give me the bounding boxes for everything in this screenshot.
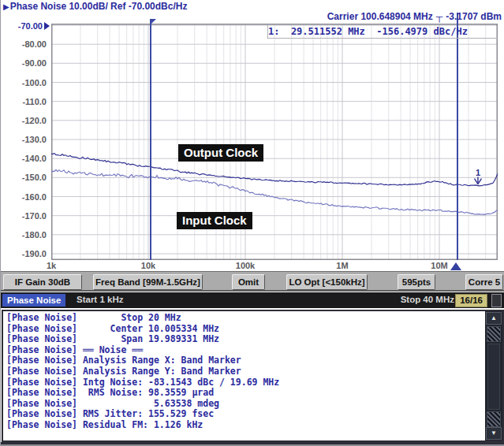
points-button[interactable]: 595pts xyxy=(398,274,435,290)
log-line: [Phase Noise] RMS Jitter: 155.529 fsec xyxy=(6,409,482,420)
measurement-statusbar: Phase Noise Start 1 kHz Stop 40 MHz 16/1… xyxy=(1,292,504,308)
x-tick-label: 1M xyxy=(336,261,348,270)
trace-title-text: Phase Noise 10.00dB/ Ref -70.00dBc/Hz xyxy=(10,1,188,12)
trace-marker-icon: ▶ xyxy=(3,2,9,11)
log-line: [Phase Noise] RMS Noise: 98.3559 µrad xyxy=(6,388,482,399)
carrier-readout: Carrier 100.648904 MHz┬-3.1707 dBm xyxy=(327,11,502,22)
y-tick-label: -120.0 xyxy=(1,116,47,125)
phase-noise-plot-section: ▶Phase Noise 10.00dB/ Ref -70.00dBc/Hz C… xyxy=(1,0,504,272)
stop-frequency-label: Stop 40 MHz xyxy=(401,295,454,304)
correlation-button[interactable]: Corre 5 xyxy=(465,274,503,290)
x-tick-label: 100k xyxy=(236,261,255,270)
phase-noise-graph[interactable]: 1 xyxy=(51,24,498,260)
scroll-down-button[interactable]: ▼ xyxy=(486,427,502,440)
carrier-marker-icon: ┬ xyxy=(436,11,443,22)
marker1-readout: 1: 29.511552 MHz -156.4979 dBc/Hz xyxy=(267,24,498,39)
carrier-power: -3.1707 dBm xyxy=(446,11,502,22)
log-line: [Phase Noise] Center 10.005334 MHz xyxy=(6,324,482,335)
result-log-panel: [Phase Noise] Stop 20 MHz[Phase Noise] C… xyxy=(2,310,504,442)
x-tick-label: 1k xyxy=(47,261,56,270)
log-line: [Phase Noise] Analysis Range X: Band Mar… xyxy=(6,355,482,366)
trace-title: ▶Phase Noise 10.00dB/ Ref -70.00dBc/Hz xyxy=(3,1,187,12)
omit-button[interactable]: Omit xyxy=(232,274,265,290)
carrier-frequency: Carrier 100.648904 MHz xyxy=(327,11,433,22)
log-line: [Phase Noise] 5.63538 mdeg xyxy=(6,399,482,410)
y-tick-label: -130.0 xyxy=(1,135,47,144)
softkey-toolbar: IF Gain 30dB Freq Band [99M-1.5GHz] Omit… xyxy=(1,271,504,292)
ref-level-arrow-icon xyxy=(44,22,50,30)
y-tick-label: -110.0 xyxy=(1,97,47,106)
log-line: [Phase Noise] Residual FM: 1.126 kHz xyxy=(6,420,482,431)
log-line: [Phase Noise] Analysis Range Y: Band Mar… xyxy=(6,366,482,377)
band-marker-stop-line[interactable] xyxy=(457,13,458,260)
phase-noise-analyzer-screen: ▶Phase Noise 10.00dB/ Ref -70.00dBc/Hz C… xyxy=(0,0,504,446)
mode-badge[interactable]: Phase Noise xyxy=(2,294,65,307)
scrollbar-track[interactable] xyxy=(487,344,500,410)
y-tick-label: -140.0 xyxy=(1,154,47,163)
y-tick-label: -160.0 xyxy=(1,192,47,202)
log-line: [Phase Noise] Intg Noise: -83.1543 dBc /… xyxy=(6,377,482,388)
x-tick-label: 10k xyxy=(141,261,155,270)
x-tick-label: 10M xyxy=(431,261,447,270)
band-marker-start-line[interactable] xyxy=(150,19,151,260)
log-line: [Phase Noise] ══ Noise ══ xyxy=(6,345,482,356)
y-tick-label: -100.0 xyxy=(1,78,47,87)
output-clock-label: Output Clock xyxy=(178,144,263,162)
start-frequency-label: Start 1 kHz xyxy=(77,295,123,304)
sweep-position-triangle-icon xyxy=(450,262,461,270)
input-clock-label: Input Clock xyxy=(177,212,252,229)
band-marker-flag-icon xyxy=(150,19,156,25)
scrollbar-hatch-bottom[interactable] xyxy=(487,411,501,427)
y-tick-label: -190.0 xyxy=(1,249,47,258)
y-tick-label: -170.0 xyxy=(1,211,47,221)
log-line: [Phase Noise] Stop 20 MHz xyxy=(6,313,482,324)
log-lines: [Phase Noise] Stop 20 MHz[Phase Noise] C… xyxy=(6,313,482,440)
freq-band-button[interactable]: Freq Band [99M-1.5GHz] xyxy=(93,274,203,290)
ref-level-value: -70.00 xyxy=(18,21,43,31)
ref-level-label: -70.00 xyxy=(1,21,50,31)
statusbar-indicator xyxy=(491,294,502,307)
y-tick-label: -90.00 xyxy=(1,58,47,68)
window-bottom-edge xyxy=(1,442,504,446)
phase-noise-traces: 1 xyxy=(51,24,498,260)
marker1-readout-text: 1: 29.511552 MHz -156.4979 dBc/Hz xyxy=(268,26,468,37)
log-line: [Phase Noise] Span 19.989331 MHz xyxy=(6,334,482,345)
if-gain-button[interactable]: IF Gain 30dB xyxy=(3,274,82,290)
log-scrollbar[interactable]: ▲ ▼ xyxy=(485,311,502,440)
lo-opt-button[interactable]: LO Opt [<150kHz] xyxy=(286,274,368,290)
svg-text:1: 1 xyxy=(476,168,480,177)
y-tick-label: -150.0 xyxy=(1,173,47,182)
y-tick-label: -80.00 xyxy=(1,39,47,49)
scroll-up-button[interactable]: ▲ xyxy=(486,312,502,325)
y-tick-label: -180.0 xyxy=(1,230,47,240)
scrollbar-thumb[interactable] xyxy=(487,326,501,342)
average-counter-badge: 16/16 xyxy=(455,294,487,307)
